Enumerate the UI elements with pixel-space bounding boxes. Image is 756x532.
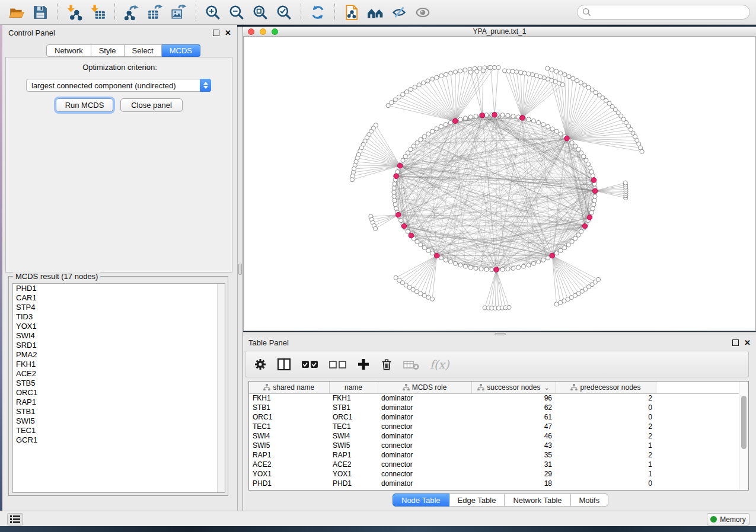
column-header-name[interactable]: name bbox=[329, 382, 378, 393]
graph-node[interactable] bbox=[494, 267, 499, 273]
graph-node[interactable] bbox=[492, 112, 497, 117]
graph-node[interactable] bbox=[559, 248, 563, 252]
graph-node[interactable] bbox=[479, 267, 483, 271]
export-network-icon[interactable] bbox=[123, 4, 140, 21]
graph-node[interactable] bbox=[448, 259, 452, 264]
graph-node[interactable] bbox=[496, 65, 500, 69]
graph-node[interactable] bbox=[589, 210, 594, 214]
mcds-result-item[interactable]: SWI4 bbox=[13, 331, 225, 341]
graph-node[interactable] bbox=[417, 83, 421, 87]
optimization-criterion-select[interactable]: largest connected component (undirected) bbox=[26, 79, 211, 92]
graph-node[interactable] bbox=[453, 70, 457, 74]
graph-node[interactable] bbox=[511, 114, 515, 118]
graph-node[interactable] bbox=[415, 239, 419, 243]
graph-node[interactable] bbox=[522, 71, 527, 75]
vertical-splitter[interactable] bbox=[237, 27, 243, 511]
export-image-icon[interactable] bbox=[171, 4, 187, 21]
table-cell[interactable]: dominator bbox=[378, 450, 471, 460]
graph-node[interactable] bbox=[550, 68, 554, 72]
tab-style[interactable]: Style bbox=[91, 44, 125, 57]
graph-node[interactable] bbox=[419, 137, 423, 142]
graph-node[interactable] bbox=[490, 268, 494, 272]
graph-node[interactable] bbox=[401, 223, 407, 229]
graph-node[interactable] bbox=[392, 194, 396, 198]
table-cell[interactable]: TEC1 bbox=[249, 422, 329, 431]
graph-node[interactable] bbox=[422, 134, 426, 139]
hide-details-icon[interactable] bbox=[391, 4, 407, 21]
graph-node[interactable] bbox=[575, 79, 579, 83]
graph-node[interactable] bbox=[419, 243, 423, 247]
table-cell[interactable]: 62 bbox=[471, 403, 556, 412]
task-history-button[interactable] bbox=[7, 513, 23, 525]
graph-node[interactable] bbox=[444, 123, 448, 127]
graph-node[interactable] bbox=[511, 69, 515, 73]
table-cell[interactable]: dominator bbox=[378, 412, 471, 422]
network-window-titlebar[interactable]: YPA_prune.txt_1 bbox=[243, 27, 756, 37]
graph-node[interactable] bbox=[393, 203, 397, 207]
table-row[interactable]: SWI4SWI4dominator462 bbox=[249, 431, 739, 441]
graph-node[interactable] bbox=[458, 263, 462, 267]
graph-node[interactable] bbox=[500, 267, 505, 271]
graph-node[interactable] bbox=[430, 77, 434, 81]
graph-node[interactable] bbox=[474, 266, 478, 270]
graph-node[interactable] bbox=[576, 148, 580, 152]
graph-node[interactable] bbox=[463, 264, 467, 268]
table-cell[interactable]: 1 bbox=[556, 469, 656, 479]
mcds-result-item[interactable]: PMA2 bbox=[13, 350, 225, 360]
tab-select[interactable]: Select bbox=[125, 44, 162, 57]
minimize-window-icon[interactable] bbox=[260, 28, 266, 35]
graph-node[interactable] bbox=[519, 70, 523, 75]
show-details-icon[interactable] bbox=[414, 4, 431, 21]
table-cell[interactable]: PHD1 bbox=[249, 479, 329, 488]
table-cell[interactable]: 31 bbox=[471, 460, 556, 469]
table-cell[interactable]: STB1 bbox=[249, 403, 329, 412]
graph-node[interactable] bbox=[563, 246, 567, 250]
graph-node[interactable] bbox=[593, 194, 597, 198]
memory-button[interactable]: Memory bbox=[707, 513, 749, 525]
table-cell[interactable]: 96 bbox=[471, 393, 556, 403]
graph-node[interactable] bbox=[422, 293, 426, 297]
graph-node[interactable] bbox=[439, 124, 443, 129]
graph-node[interactable] bbox=[484, 267, 489, 271]
graph-node[interactable] bbox=[506, 267, 510, 271]
table-row[interactable]: PHD1PHD1dominator180 bbox=[249, 479, 739, 488]
graph-node[interactable] bbox=[546, 124, 550, 129]
table-cell[interactable]: dominator bbox=[378, 479, 471, 488]
search-box[interactable] bbox=[577, 5, 750, 20]
graph-node[interactable] bbox=[430, 297, 434, 301]
mcds-result-item[interactable]: FKH1 bbox=[13, 360, 225, 369]
graph-node[interactable] bbox=[521, 264, 525, 268]
zoom-in-icon[interactable] bbox=[205, 4, 221, 21]
tab-network-table[interactable]: Network Table bbox=[505, 493, 570, 507]
table-cell[interactable]: ORC1 bbox=[329, 412, 378, 422]
table-cell[interactable]: 2 bbox=[556, 393, 656, 403]
create-column-plus-icon[interactable] bbox=[357, 357, 370, 371]
graph-node[interactable] bbox=[444, 258, 448, 262]
import-network-icon[interactable] bbox=[66, 4, 82, 21]
graph-node[interactable] bbox=[397, 163, 403, 168]
table-cell[interactable]: RAP1 bbox=[249, 450, 329, 460]
table-cell[interactable]: 61 bbox=[471, 412, 556, 422]
graph-node[interactable] bbox=[468, 70, 473, 74]
graph-node[interactable] bbox=[439, 73, 444, 78]
graph-node[interactable] bbox=[390, 101, 394, 105]
graph-node[interactable] bbox=[546, 256, 550, 260]
table-row[interactable]: RAP1RAP1dominator352 bbox=[249, 450, 739, 460]
graph-node[interactable] bbox=[404, 89, 409, 94]
tab-edge-table[interactable]: Edge Table bbox=[449, 493, 505, 507]
graph-node[interactable] bbox=[412, 144, 416, 148]
mcds-result-item[interactable]: YOX1 bbox=[13, 322, 225, 331]
graph-node[interactable] bbox=[591, 207, 595, 211]
graph-node[interactable] bbox=[350, 178, 354, 182]
table-cell[interactable]: 0 bbox=[556, 479, 656, 488]
table-cell[interactable]: SWI4 bbox=[249, 431, 329, 441]
graph-node[interactable] bbox=[534, 73, 538, 78]
import-table-icon[interactable] bbox=[90, 4, 106, 21]
graph-node[interactable] bbox=[426, 79, 430, 83]
table-cell[interactable]: dominator bbox=[378, 403, 471, 412]
mcds-result-item[interactable]: STB5 bbox=[13, 379, 225, 388]
graph-node[interactable] bbox=[426, 132, 430, 136]
graph-node[interactable] bbox=[506, 113, 510, 117]
mcds-result-item[interactable]: PHD1 bbox=[13, 284, 225, 293]
table-cell[interactable]: 2 bbox=[556, 431, 656, 441]
